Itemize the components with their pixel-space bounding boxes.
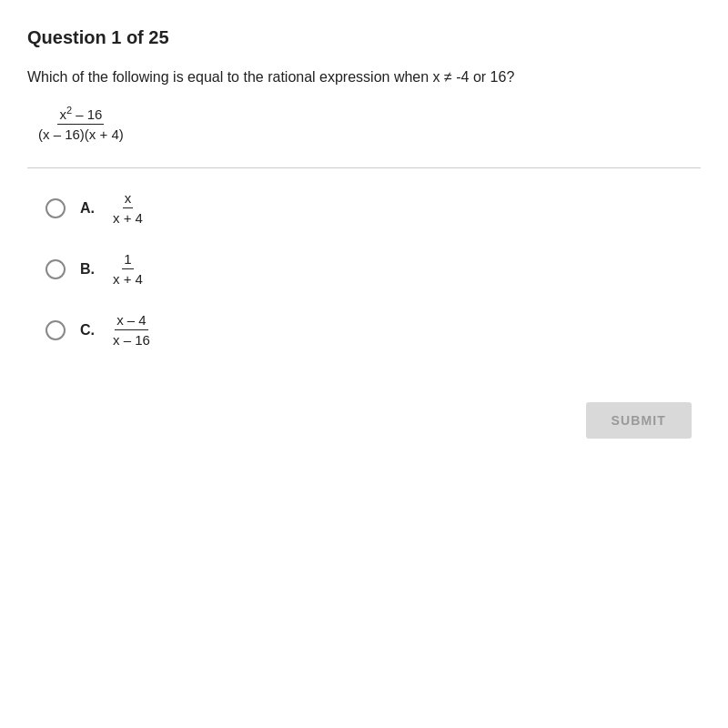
option-c-label: C. <box>80 322 96 339</box>
option-b-label: B. <box>80 261 96 278</box>
options-container: A. x x + 4 B. 1 x + 4 C. x – 4 x – 16 <box>46 190 701 348</box>
option-c-fraction: x – 4 x – 16 <box>111 312 152 348</box>
option-b-denominator: x + 4 <box>111 269 145 287</box>
question-header: Question 1 of 25 <box>27 27 701 48</box>
option-a-row[interactable]: A. x x + 4 <box>46 190 701 226</box>
radio-a[interactable] <box>46 198 66 218</box>
question-text: Which of the following is equal to the r… <box>27 66 701 88</box>
option-b-numerator: 1 <box>122 251 133 269</box>
option-c-row[interactable]: C. x – 4 x – 16 <box>46 312 701 348</box>
expression-numerator: x2 – 16 <box>57 105 104 125</box>
option-b-row[interactable]: B. 1 x + 4 <box>46 251 701 287</box>
radio-b[interactable] <box>46 259 66 279</box>
option-a-numerator: x <box>123 190 134 208</box>
divider <box>27 167 701 168</box>
option-b-fraction: 1 x + 4 <box>111 251 145 287</box>
submit-button[interactable]: SUBMIT <box>586 402 692 439</box>
option-a-fraction: x x + 4 <box>111 190 145 226</box>
expression-denominator: (x – 16)(x + 4) <box>36 125 126 142</box>
given-expression: x2 – 16 (x – 16)(x + 4) <box>36 105 126 142</box>
option-a-denominator: x + 4 <box>111 208 145 226</box>
option-a-label: A. <box>80 200 96 217</box>
radio-c[interactable] <box>46 320 66 340</box>
option-c-numerator: x – 4 <box>115 312 148 330</box>
option-c-denominator: x – 16 <box>111 330 152 348</box>
submit-area: SUBMIT <box>27 402 701 439</box>
